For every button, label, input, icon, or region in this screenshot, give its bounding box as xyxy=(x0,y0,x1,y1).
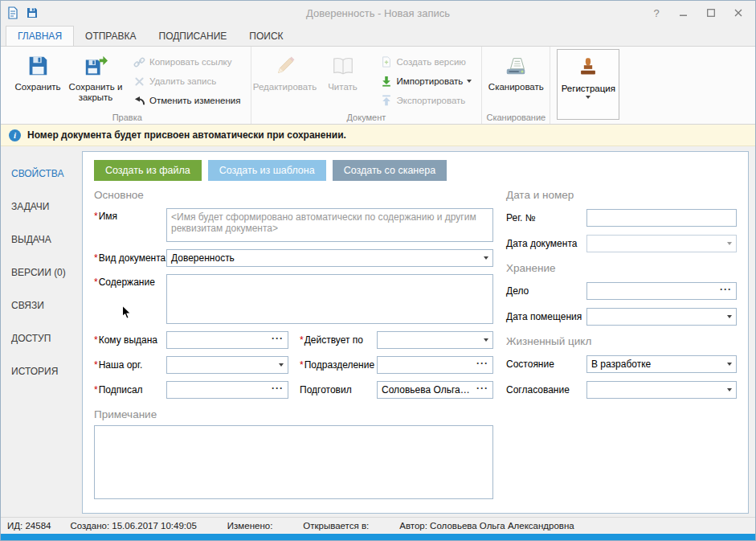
chevron-down-icon[interactable] xyxy=(722,356,736,372)
tab-poisk[interactable]: ПОИСК xyxy=(238,27,294,47)
placement-date-label: Дата помещения xyxy=(506,311,586,322)
valid-until-combo[interactable] xyxy=(377,331,493,349)
properties-panel: Создать из файла Создать из шаблона Созд… xyxy=(82,151,749,514)
ribbon-tabs: ГЛАВНАЯ ОТПРАВКА ПОДПИСАНИЕ ПОИСК xyxy=(1,25,755,47)
close-button[interactable] xyxy=(726,3,750,23)
section-lifecycle: Жизненный цикл xyxy=(506,335,737,347)
our-org-combo[interactable] xyxy=(166,356,288,374)
create-from-scanner-button[interactable]: Создать со сканера xyxy=(333,160,447,181)
ribbon-group-document: Редактировать Читать Создать версию xyxy=(251,47,483,124)
doc-type-label: *Вид документа xyxy=(94,252,166,264)
state-label: Состояние xyxy=(506,359,586,370)
quick-save-icon[interactable] xyxy=(25,6,39,20)
undo-arrow-icon xyxy=(133,94,145,107)
app-document-icon xyxy=(6,6,20,20)
edit-pencil-icon xyxy=(272,53,298,79)
group-label-scan: Сканирование xyxy=(482,113,550,122)
issued-to-lookup[interactable]: ··· xyxy=(166,331,288,349)
create-buttons-row: Создать из файла Создать из шаблона Созд… xyxy=(83,152,748,181)
department-lookup[interactable]: ··· xyxy=(377,356,493,374)
signer-label: *Подписал xyxy=(94,384,166,396)
placement-date-combo[interactable] xyxy=(586,308,737,326)
sidebar-item-svyazi[interactable]: СВЯЗИ xyxy=(1,289,82,322)
name-input[interactable] xyxy=(166,208,493,242)
window-title: Доверенность - Новая запись xyxy=(142,7,614,19)
sidebar-item-istoriya[interactable]: ИСТОРИЯ xyxy=(1,355,82,388)
export-button: Экспортировать xyxy=(375,92,477,109)
approval-combo[interactable] xyxy=(586,381,737,399)
link-icon xyxy=(133,55,145,68)
infobar: i Номер документа будет присвоен автомат… xyxy=(1,125,755,146)
ribbon-group-scan: Сканировать Сканирование xyxy=(482,47,550,124)
version-page-icon xyxy=(380,55,393,68)
stamp-icon xyxy=(575,55,601,80)
signer-lookup[interactable]: ··· xyxy=(166,381,288,399)
create-from-template-button[interactable]: Создать из шаблона xyxy=(208,160,326,181)
sidebar-item-vydacha[interactable]: ВЫДАЧА xyxy=(1,223,82,256)
ellipsis-button[interactable]: ··· xyxy=(475,383,492,397)
bottom-accent-strip xyxy=(1,534,755,540)
save-button[interactable]: Сохранить xyxy=(9,49,67,94)
chevron-down-icon[interactable] xyxy=(274,357,288,373)
ellipsis-button[interactable]: ··· xyxy=(475,358,492,372)
approval-label: Согласование xyxy=(506,384,586,396)
chevron-down-icon[interactable] xyxy=(479,250,492,266)
status-opens-in: Открывается в: xyxy=(303,521,369,531)
issued-to-label: *Кому выдана xyxy=(94,334,166,346)
import-button[interactable]: Импортировать xyxy=(375,73,477,89)
reg-number-input[interactable] xyxy=(586,209,737,227)
create-version-button: Создать версию xyxy=(375,54,477,70)
chevron-down-icon[interactable] xyxy=(722,382,736,398)
tab-podpisanie[interactable]: ПОДПИСАНИЕ xyxy=(148,27,239,47)
state-combo[interactable]: В разработке xyxy=(586,355,737,373)
chevron-down-icon xyxy=(586,96,590,99)
status-author: Автор: Соловьева Ольга Александровна xyxy=(399,521,574,531)
scanner-icon xyxy=(503,53,529,79)
ribbon: Сохранить Сохранить и закрыть Копировать… xyxy=(1,46,755,125)
minimize-button[interactable] xyxy=(672,3,696,23)
sidebar-item-dostup[interactable]: ДОСТУП xyxy=(1,322,82,355)
import-arrow-icon xyxy=(380,75,393,88)
group-label-document: Документ xyxy=(251,113,482,122)
section-main: Основное xyxy=(94,189,493,201)
registration-button[interactable]: Регистрация xyxy=(557,49,619,120)
tab-otpravka[interactable]: ОТПРАВКА xyxy=(74,27,148,47)
status-modified: Изменено: xyxy=(227,521,273,531)
save-close-button[interactable]: Сохранить и закрыть xyxy=(67,49,125,105)
save-icon xyxy=(25,53,51,79)
app-window: Доверенность - Новая запись ? ГЛАВНАЯ ОТ… xyxy=(0,0,756,541)
status-created: Создано: 15.06.2017 10:49:05 xyxy=(70,521,196,531)
valid-until-label: *Действует по xyxy=(300,334,377,346)
doc-date-combo xyxy=(586,235,737,252)
body: СВОЙСТВА ЗАДАЧИ ВЫДАЧА ВЕРСИИ (0) СВЯЗИ … xyxy=(1,146,755,517)
content-label: *Содержание xyxy=(94,274,166,288)
name-label: *Имя xyxy=(94,208,166,222)
chevron-down-icon[interactable] xyxy=(722,309,736,325)
sidebar-item-versii[interactable]: ВЕРСИИ (0) xyxy=(1,256,82,289)
chevron-down-icon xyxy=(722,236,736,252)
undo-changes-button[interactable]: Отменить изменения xyxy=(128,92,246,109)
tab-glavnaya[interactable]: ГЛАВНАЯ xyxy=(6,26,74,47)
edit-button: Редактировать xyxy=(256,49,314,94)
info-icon: i xyxy=(9,129,21,141)
content-input[interactable] xyxy=(166,274,493,324)
ellipsis-button[interactable]: ··· xyxy=(718,284,736,298)
reg-number-label: Рег. № xyxy=(506,212,586,223)
chevron-down-icon xyxy=(467,80,472,83)
ellipsis-button[interactable]: ··· xyxy=(270,333,288,347)
preparer-label: Подготовил xyxy=(300,384,377,396)
sidebar-item-svoystva[interactable]: СВОЙСТВА xyxy=(1,158,82,191)
doc-type-combo[interactable]: Доверенность xyxy=(166,249,493,267)
maximize-button[interactable] xyxy=(699,3,723,23)
help-button[interactable]: ? xyxy=(644,3,668,23)
chevron-down-icon[interactable] xyxy=(479,332,492,348)
ellipsis-button[interactable]: ··· xyxy=(270,383,288,397)
sidebar-item-zadachi[interactable]: ЗАДАЧИ xyxy=(1,191,82,223)
create-from-file-button[interactable]: Создать из файла xyxy=(94,160,202,181)
scan-button[interactable]: Сканировать xyxy=(487,49,545,94)
case-lookup[interactable]: ··· xyxy=(586,282,737,300)
titlebar: Доверенность - Новая запись ? xyxy=(1,1,755,25)
preparer-lookup[interactable]: Соловьева Ольга Александровна ··· xyxy=(377,381,493,399)
note-input[interactable] xyxy=(94,425,493,499)
section-date-number: Дата и номер xyxy=(506,189,737,201)
